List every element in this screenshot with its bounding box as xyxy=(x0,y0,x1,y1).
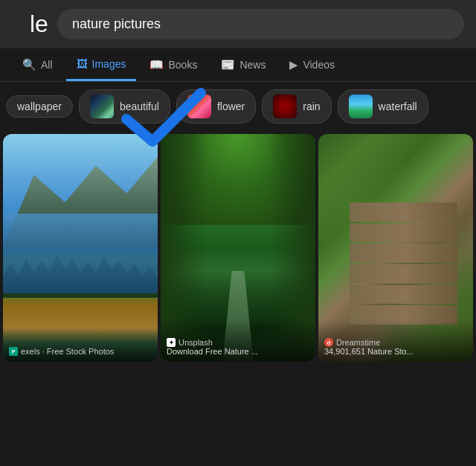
step-5 xyxy=(350,285,458,304)
lake-source-name: exels · Free Stock Photos xyxy=(21,347,114,356)
chip-flower-thumb xyxy=(187,95,211,118)
stairs-label: d Dreamstime 34,901,651 Nature Sto... xyxy=(318,320,473,362)
tabs-row: 🔍 All 🖼 Images 📖 Books 📰 News ▶ Videos xyxy=(0,48,476,82)
search-bar[interactable] xyxy=(57,9,464,39)
tab-all-label: All xyxy=(41,59,53,71)
unsplash-icon: ✦ xyxy=(167,338,176,347)
lake-label: P exels · Free Stock Photos xyxy=(3,329,158,362)
step-2 xyxy=(350,223,458,243)
chip-wallpaper-label: wallpaper xyxy=(17,100,62,112)
tab-all[interactable]: 🔍 All xyxy=(12,49,63,80)
tab-images[interactable]: 🖼 Images xyxy=(66,48,137,81)
chip-rain[interactable]: rain xyxy=(262,89,331,124)
image-card-stairs[interactable]: d Dreamstime 34,901,651 Nature Sto... xyxy=(318,134,473,362)
pexels-icon: P xyxy=(9,347,18,356)
chip-beautiful-label: beautiful xyxy=(120,100,159,112)
dreamstime-icon: d xyxy=(324,338,333,347)
chip-rain-label: rain xyxy=(303,100,320,112)
stairs-source-label: 34,901,651 Nature Sto... xyxy=(324,347,467,356)
step-3 xyxy=(350,243,458,263)
tab-news-label: News xyxy=(239,59,266,71)
forest-source-name: Unsplash xyxy=(178,338,213,347)
tab-videos[interactable]: ▶ Videos xyxy=(279,49,345,80)
lake-details xyxy=(3,134,158,362)
chip-waterfall-label: waterfall xyxy=(379,100,417,112)
books-icon: 📖 xyxy=(149,58,164,71)
chip-waterfall[interactable]: waterfall xyxy=(338,89,428,124)
chip-waterfall-thumb xyxy=(349,95,373,118)
tab-books-label: Books xyxy=(168,59,197,71)
images-grid: P exels · Free Stock Photos ✦ Unsplash D… xyxy=(0,131,476,362)
search-icon: 🔍 xyxy=(22,58,36,71)
chip-rain-thumb xyxy=(273,95,297,118)
stairs-source-name: Dreamstime xyxy=(336,338,380,347)
forest-label: ✦ Unsplash Download Free Nature ... xyxy=(161,320,315,362)
tab-videos-label: Videos xyxy=(303,59,335,71)
search-input[interactable] xyxy=(72,16,449,32)
forest-source: ✦ Unsplash xyxy=(167,338,309,347)
chip-flower[interactable]: flower xyxy=(176,89,256,124)
step-1 xyxy=(350,202,458,222)
news-icon: 📰 xyxy=(221,58,235,71)
step-4 xyxy=(350,264,458,284)
lake-background xyxy=(3,134,158,362)
chip-flower-label: flower xyxy=(217,100,245,112)
forest-source-label: Download Free Nature ... xyxy=(167,347,309,356)
chip-beautiful[interactable]: beautiful xyxy=(79,89,170,124)
top-bar: le xyxy=(0,0,476,48)
videos-icon: ▶ xyxy=(289,58,298,71)
stairs-source: d Dreamstime xyxy=(324,338,467,347)
image-card-lake[interactable]: P exels · Free Stock Photos xyxy=(3,134,158,362)
image-card-forest[interactable]: ✦ Unsplash Download Free Nature ... xyxy=(161,134,315,362)
tab-news[interactable]: 📰 News xyxy=(210,49,276,80)
tab-books[interactable]: 📖 Books xyxy=(139,49,208,80)
images-icon: 🖼 xyxy=(77,57,88,70)
chip-wallpaper[interactable]: wallpaper xyxy=(6,95,73,118)
google-logo-partial: le xyxy=(30,10,48,38)
chips-row: wallpaper beautiful flower rain waterfal… xyxy=(0,82,476,131)
lake-source: P exels · Free Stock Photos xyxy=(9,347,152,356)
chip-beautiful-thumb xyxy=(90,95,114,118)
tab-images-label: Images xyxy=(92,58,126,70)
lake-water xyxy=(3,214,158,293)
